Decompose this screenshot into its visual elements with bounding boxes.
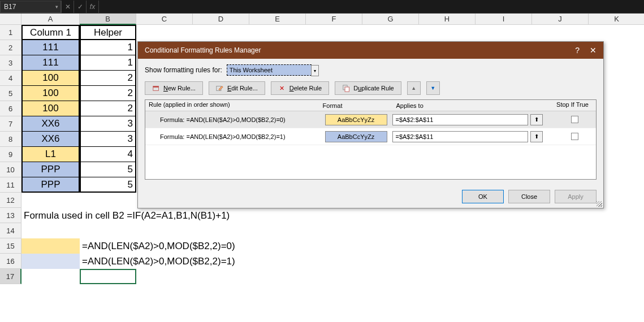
format-preview: AaBbCcYyZz — [325, 114, 387, 125]
cell-B6[interactable]: 2 — [80, 101, 136, 116]
ok-button[interactable]: OK — [462, 190, 504, 203]
move-down-button[interactable]: ▼ — [426, 81, 440, 95]
col-header-F[interactable]: F — [306, 14, 362, 25]
cell-A10[interactable]: PPP — [21, 162, 80, 177]
row-header-7[interactable]: 7 — [0, 116, 21, 132]
applies-to-input[interactable]: =$A$2:$A$11 — [392, 114, 528, 125]
insert-function-button[interactable]: fx — [86, 1, 98, 13]
col-format: Format — [319, 100, 393, 111]
row-header-3[interactable]: 3 — [0, 55, 21, 71]
cell-B4[interactable]: 2 — [80, 71, 136, 86]
cell-A7[interactable]: XX6 — [21, 116, 80, 132]
format-preview: AaBbCcYyZz — [325, 131, 387, 142]
row-header-16[interactable]: 16 — [0, 254, 21, 269]
row-header-13[interactable]: 13 — [0, 208, 21, 223]
col-header-K[interactable]: K — [589, 14, 644, 25]
dialog-titlebar[interactable]: Conditional Formatting Rules Manager ? ✕ — [138, 42, 603, 59]
col-header-I[interactable]: I — [476, 14, 532, 25]
range-picker-icon[interactable]: ⬆ — [530, 114, 543, 125]
cell-A11[interactable]: PPP — [21, 177, 80, 193]
close-button[interactable]: Close — [508, 190, 550, 203]
swatch-blue[interactable] — [21, 254, 80, 269]
cell-A2[interactable]: 111 — [21, 40, 80, 55]
header-B[interactable]: Helper — [80, 25, 136, 40]
cell-A8[interactable]: XX6 — [21, 132, 80, 147]
delete-rule-button[interactable]: ✕ Delete Rule — [271, 81, 330, 95]
row-header-4[interactable]: 4 — [0, 71, 21, 86]
rule-row[interactable]: Formula: =AND(LEN($A2)>0,MOD($B2,2)=0)Aa… — [145, 111, 596, 128]
help-button[interactable]: ? — [575, 46, 580, 55]
cell-B10[interactable]: 5 — [80, 162, 136, 177]
row-header-11[interactable]: 11 — [0, 177, 21, 193]
cancel-formula-button[interactable]: ✕ — [61, 1, 74, 13]
stop-if-true-checkbox[interactable] — [571, 133, 578, 140]
duplicate-rule-button[interactable]: Duplicate Rule — [335, 81, 401, 95]
move-up-button[interactable]: ▲ — [407, 81, 421, 95]
swatch-yellow[interactable] — [21, 238, 80, 254]
resize-grip[interactable] — [597, 201, 602, 207]
cell-A4[interactable]: 100 — [21, 71, 80, 86]
rules-table: Rule (applied in order shown) Format App… — [145, 99, 597, 180]
header-A[interactable]: Column 1 — [21, 25, 80, 40]
name-box[interactable]: B17 ▾ — [0, 1, 61, 13]
duplicate-icon — [342, 84, 350, 92]
cell-A6[interactable]: 100 — [21, 101, 80, 116]
row-header-10[interactable]: 10 — [0, 162, 21, 177]
row-header-5[interactable]: 5 — [0, 86, 21, 101]
cell-A9[interactable]: L1 — [21, 147, 80, 162]
col-header-B[interactable]: B — [80, 14, 136, 25]
col-header-C[interactable]: C — [136, 14, 193, 25]
chevron-down-icon[interactable]: ▾ — [311, 65, 319, 76]
row-header-8[interactable]: 8 — [0, 132, 21, 147]
cell-A3[interactable]: 111 — [21, 55, 80, 71]
formula-16: =AND(LEN($A2)>0,MOD($B2,2)=1) — [80, 254, 362, 269]
formula-note: Formula used in cell B2 =IF(A2=A1,B1,N(B… — [21, 208, 530, 223]
cell-A12[interactable] — [21, 193, 80, 208]
rule-row[interactable]: Formula: =AND(LEN($A2)>0,MOD($B2,2)=1)Aa… — [145, 128, 596, 145]
applies-to-input[interactable]: =$A$2:$A$11 — [392, 131, 528, 142]
apply-button[interactable]: Apply — [555, 190, 597, 203]
cell-B12[interactable] — [80, 193, 136, 208]
confirm-formula-button[interactable]: ✓ — [74, 1, 86, 13]
col-stop: Stop If True — [553, 100, 596, 111]
row-header-12[interactable]: 12 — [0, 193, 21, 208]
cell-B7[interactable]: 3 — [80, 116, 136, 132]
col-header-H[interactable]: H — [419, 14, 476, 25]
dialog-title: Conditional Formatting Rules Manager — [145, 46, 261, 54]
select-all-corner[interactable] — [0, 14, 21, 25]
row-header-15[interactable]: 15 — [0, 238, 21, 254]
row-header-14[interactable]: 14 — [0, 223, 21, 238]
col-header-J[interactable]: J — [532, 14, 589, 25]
col-applies: Applies to — [392, 100, 553, 111]
row-header-9[interactable]: 9 — [0, 147, 21, 162]
name-box-dropdown-icon[interactable]: ▾ — [55, 4, 58, 10]
cell-A14[interactable] — [21, 223, 80, 238]
show-rules-for-select[interactable]: This Worksheet ▾ — [227, 64, 312, 76]
cell-B17[interactable] — [80, 269, 136, 284]
row-header-2[interactable]: 2 — [0, 40, 21, 55]
edit-rule-button[interactable]: Edit Rule... — [209, 81, 265, 95]
formula-input[interactable] — [98, 1, 644, 13]
col-header-G[interactable]: G — [362, 14, 419, 25]
svg-rect-1 — [153, 86, 158, 87]
formula-15: =AND(LEN($A2)>0,MOD($B2,2)=0) — [80, 238, 362, 254]
cell-B8[interactable]: 3 — [80, 132, 136, 147]
cell-A17[interactable] — [21, 269, 80, 284]
cell-A5[interactable]: 100 — [21, 86, 80, 101]
col-header-A[interactable]: A — [21, 14, 80, 25]
row-header-6[interactable]: 6 — [0, 101, 21, 116]
row-header-17[interactable]: 17 — [0, 269, 21, 284]
col-header-D[interactable]: D — [193, 14, 249, 25]
cell-B9[interactable]: 4 — [80, 147, 136, 162]
close-icon[interactable]: ✕ — [590, 46, 597, 55]
cell-B2[interactable]: 1 — [80, 40, 136, 55]
col-header-E[interactable]: E — [249, 14, 306, 25]
new-rule-button[interactable]: NNew Rule...ew Rule... — [145, 81, 203, 95]
delete-icon: ✕ — [278, 84, 286, 92]
cell-B11[interactable]: 5 — [80, 177, 136, 193]
row-header-1[interactable]: 1 — [0, 25, 21, 40]
cell-B5[interactable]: 2 — [80, 86, 136, 101]
stop-if-true-checkbox[interactable] — [571, 116, 578, 123]
cell-B3[interactable]: 1 — [80, 55, 136, 71]
range-picker-icon[interactable]: ⬆ — [530, 131, 543, 142]
